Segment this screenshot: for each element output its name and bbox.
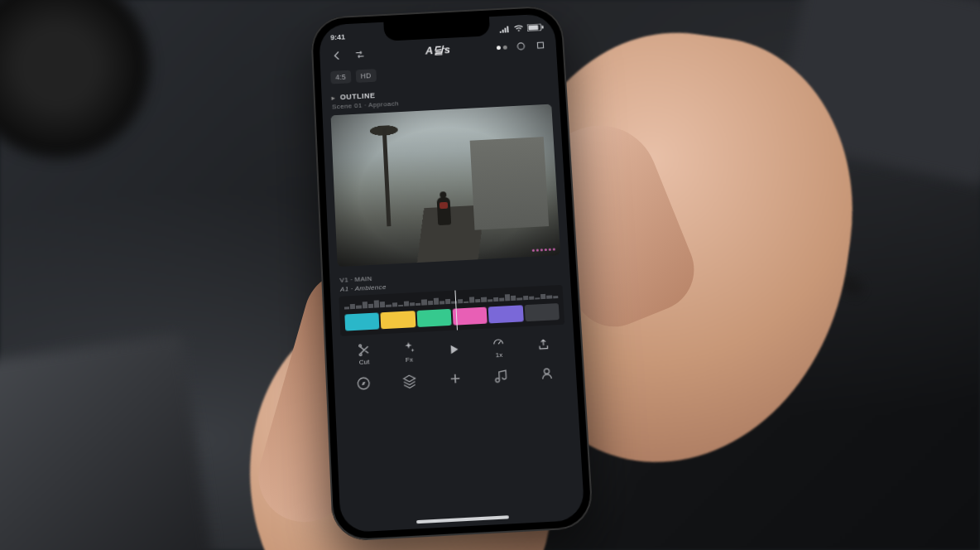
tool-play[interactable] [437, 341, 471, 358]
clip[interactable] [416, 309, 451, 327]
crop-button[interactable] [535, 38, 547, 53]
screen-title: A달s [425, 42, 451, 58]
clip[interactable] [381, 311, 416, 329]
tab-add[interactable] [445, 369, 464, 388]
laptop-prop [0, 334, 214, 550]
back-button[interactable] [329, 48, 345, 63]
tool-more[interactable] [526, 337, 560, 354]
wifi-icon [513, 24, 524, 31]
home-indicator[interactable] [416, 515, 509, 523]
tab-library[interactable] [400, 371, 419, 390]
aspect-chip[interactable]: 4:5 [330, 70, 351, 84]
chevron-right-icon: ▸ [331, 94, 335, 101]
status-time: 9:41 [330, 33, 345, 42]
tool-speed[interactable]: 1x [482, 335, 516, 359]
circle-button[interactable] [515, 39, 527, 54]
tool-cut[interactable]: Cut [347, 342, 381, 366]
svg-rect-2 [541, 25, 543, 28]
cell-signal-icon [498, 25, 510, 32]
tool-fx[interactable]: Fx [392, 340, 426, 364]
phone-device: 9:41 [310, 5, 594, 542]
section-label: OUTLINE [340, 91, 376, 101]
page-dots [497, 45, 507, 49]
svg-rect-4 [537, 42, 543, 48]
preview-figure [437, 197, 452, 225]
quality-chip[interactable]: HD [355, 69, 376, 83]
svg-point-3 [517, 43, 524, 50]
swap-icon[interactable] [352, 47, 368, 62]
svg-rect-1 [528, 25, 538, 30]
clip[interactable] [524, 303, 560, 321]
tab-profile[interactable] [537, 364, 556, 384]
clip[interactable] [344, 312, 379, 330]
tab-sound[interactable] [491, 367, 510, 386]
video-preview[interactable] [331, 104, 561, 267]
preview-overlay-dots [532, 248, 555, 251]
battery-icon [527, 23, 544, 31]
tab-home[interactable] [354, 374, 373, 393]
clip[interactable] [488, 305, 524, 323]
phone-screen: 9:41 [319, 13, 585, 533]
